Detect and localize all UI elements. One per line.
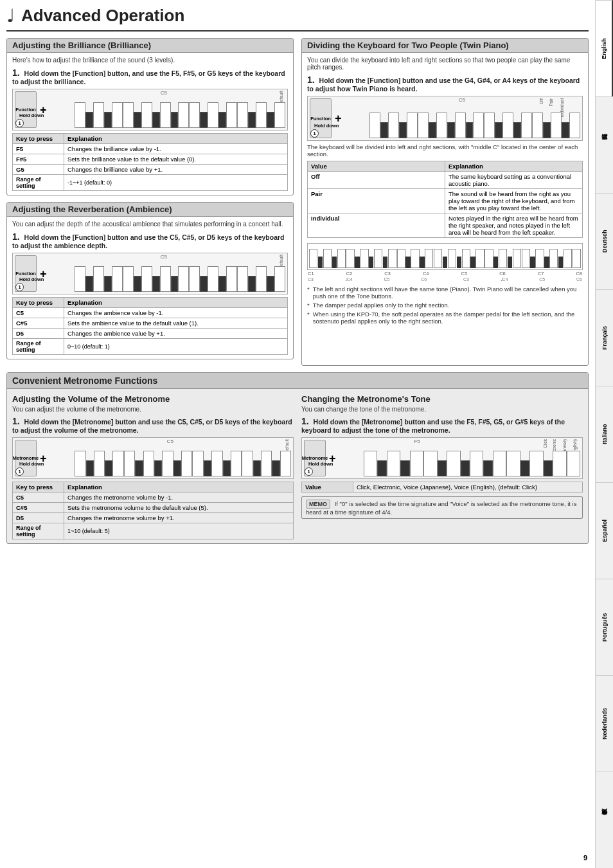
reverb-key-d5: D5 bbox=[13, 329, 64, 339]
brilliance-key-f5: F5 bbox=[13, 144, 64, 154]
twin-val-pair: Pair bbox=[308, 189, 445, 213]
reverb-exp-d5: Changes the ambience value by +1. bbox=[64, 329, 288, 339]
brilliance-exp-f5s: Sets the brilliance value to the default… bbox=[64, 154, 288, 165]
full-keyboard-section: C1C2C3C4C5C6C7C8 C3♩C4C5C6C3♩C4C5C6 bbox=[307, 243, 583, 282]
brilliance-range-row: Range of setting -1~+1 (default: 0) bbox=[13, 175, 288, 191]
brilliance-section: Adjusting the Brilliance (Brilliance) He… bbox=[6, 38, 294, 195]
hold-down-metro-vol: Hold down bbox=[19, 461, 44, 467]
reverb-range-label: Range of setting bbox=[13, 339, 64, 355]
metro-volume-title: Adjusting the Volume of the Metronome bbox=[12, 394, 294, 404]
lang-tab-espanol[interactable]: Español bbox=[596, 482, 613, 579]
hold-down-twin: Hold down bbox=[314, 123, 339, 129]
twin-bullets: * The left and right sections will have … bbox=[307, 285, 583, 325]
piano-keys-reverb bbox=[75, 255, 285, 292]
twin-piano-step1: 1. Hold down the [Function] button and u… bbox=[307, 75, 583, 93]
lang-tab-nederlands[interactable]: Nederlands bbox=[596, 675, 613, 772]
language-tabs: English 日本語 Deutsch Français Italiano Es… bbox=[595, 0, 613, 868]
twin-step-num: 1. bbox=[307, 75, 315, 85]
circle-1-twin: 1 bbox=[310, 129, 319, 138]
twin-piano-section: Dividing the Keyboard for Two People (Tw… bbox=[301, 38, 589, 366]
brilliance-exp-g5: Changes the brilliance value by +1. bbox=[64, 165, 288, 175]
memo-label: MEMO bbox=[306, 500, 330, 509]
brilliance-range-value: -1~+1 (default: 0) bbox=[64, 175, 288, 191]
reverb-key-c5s: C#5 bbox=[13, 318, 64, 329]
left-column: Adjusting the Brilliance (Brilliance) He… bbox=[6, 38, 294, 366]
metro-volume-col: Adjusting the Volume of the Metronome Yo… bbox=[12, 394, 294, 539]
reverb-range-value: 0~10 (default: 1) bbox=[64, 339, 288, 355]
right-column: Dividing the Keyboard for Two People (Tw… bbox=[301, 38, 589, 366]
bullet-1: * The left and right sections will have … bbox=[307, 285, 583, 300]
reverb-th-exp: Explanation bbox=[64, 298, 288, 308]
brilliance-desc: Here's how to adjust the brilliance of t… bbox=[12, 57, 288, 64]
lang-tab-deutsch[interactable]: Deutsch bbox=[596, 193, 613, 289]
brilliance-row-f5s: F#5 Sets the brilliance value to the def… bbox=[13, 154, 288, 165]
metro-tone-col: Changing the Metronome's Tone You can ch… bbox=[301, 394, 583, 539]
lang-tab-japanese[interactable]: 日本語 bbox=[596, 96, 613, 193]
reverberation-step1: 1. Hold down the [Function] button and u… bbox=[12, 231, 288, 249]
brilliance-row-g5: G5 Changes the brilliance value by +1. bbox=[13, 165, 288, 175]
reverb-key-c5: C5 bbox=[13, 308, 64, 318]
twin-piano-title: Dividing the Keyboard for Two People (Tw… bbox=[302, 39, 588, 53]
brilliance-key-g5: G5 bbox=[13, 165, 64, 175]
metro-vol-table: Key to press Explanation C5 Changes the … bbox=[12, 482, 294, 539]
circle-1-metro-vol: 1 bbox=[15, 467, 24, 476]
twin-exp-individual: Notes played in the right area will be h… bbox=[445, 213, 583, 238]
lang-tab-english[interactable]: English bbox=[596, 0, 613, 96]
page-title: Advanced Operation bbox=[21, 6, 184, 26]
circle-1-reverb: 1 bbox=[15, 283, 24, 291]
hold-down-metro-tone: Hold down bbox=[308, 461, 333, 467]
twin-exp-pair: The sound will be heard from the right a… bbox=[445, 189, 583, 213]
reverb-exp-c5: Changes the ambience value by -1. bbox=[64, 308, 288, 318]
music-icon: ♩ bbox=[6, 5, 15, 26]
piano-keys-metro-vol bbox=[75, 440, 291, 476]
brilliance-th-key: Key to press bbox=[13, 134, 64, 144]
reverb-row-c5: C5 Changes the ambience value by -1. bbox=[13, 308, 288, 318]
metro-volume-kbd: C5 Metronome + 1 2 Hold down Default – + bbox=[12, 437, 294, 479]
memo-box: MEMO If "0" is selected as the time sign… bbox=[301, 496, 583, 519]
step-num-rev: 1. bbox=[12, 231, 20, 242]
reverberation-desc: You can adjust the depth of the acoustic… bbox=[12, 221, 288, 228]
circle-1-brilliance: 1 bbox=[15, 119, 24, 127]
bullet-2: * The damper pedal applies only to the r… bbox=[307, 302, 583, 309]
metro-vol-row-c5: C5 Changes the metronome volume by -1. bbox=[13, 493, 294, 503]
reverb-row-c5s: C#5 Sets the ambience value to the defau… bbox=[13, 318, 288, 329]
brilliance-kbd: C5 Function + 1 2 Hold down Default – bbox=[12, 89, 288, 131]
metro-tone-step: 1. Hold down the [Metronome] button and … bbox=[301, 416, 583, 434]
lang-tab-chinese[interactable]: 简体中文 bbox=[596, 772, 613, 868]
bullet-3: * When using the KPD-70, the soft pedal … bbox=[307, 311, 583, 325]
brilliance-title: Adjusting the Brilliance (Brilliance) bbox=[7, 39, 293, 53]
twin-piano-desc: You can divide the keyboard into left an… bbox=[307, 57, 583, 71]
twin-row-off: Off The same keyboard setting as a conve… bbox=[308, 172, 583, 189]
reverb-th-key: Key to press bbox=[13, 298, 64, 308]
brilliance-exp-f5: Changes the brilliance value by -1. bbox=[64, 144, 288, 154]
reverberation-title: Adjusting the Reverberation (Ambience) bbox=[7, 203, 293, 217]
metro-tone-value-row: Value Click, Electronic, Voice (Japanese… bbox=[302, 482, 583, 493]
reverberation-kbd: C5 Function + 1 2 Hold down Default – + bbox=[12, 253, 288, 294]
metro-vol-row-d5: D5 Changes the metronome volume by +1. bbox=[13, 513, 294, 523]
twin-th-value: Value bbox=[308, 161, 445, 172]
metro-vol-row-c5s: C#5 Sets the metronome volume to the def… bbox=[13, 503, 294, 513]
reverb-exp-c5s: Sets the ambience value to the default v… bbox=[64, 318, 288, 329]
brilliance-step1: 1. Hold down the [Function] button, and … bbox=[12, 68, 288, 86]
twin-piano-kbd: C5 Function + 1 2 Hold down Off Pair Ind… bbox=[307, 96, 583, 141]
metro-volume-step: 1. Hold down the [Metronome] button and … bbox=[12, 416, 294, 434]
metro-tone-desc: You can change the tone of the metronome… bbox=[301, 406, 583, 413]
memo-text: If "0" is selected as the time signature… bbox=[306, 500, 576, 516]
metronome-title: Convenient Metronome Functions bbox=[7, 373, 588, 389]
metro-tone-title: Changing the Metronome's Tone bbox=[301, 394, 583, 404]
fk-labels-bottom: C3♩C4C5C6C3♩C4C5C6 bbox=[307, 277, 583, 282]
reverb-range-row: Range of setting 0~10 (default: 1) bbox=[13, 339, 288, 355]
circle-1-metro-tone: 1 bbox=[305, 467, 313, 476]
lang-tab-italiano[interactable]: Italiano bbox=[596, 386, 613, 482]
metro-tone-kbd: F5 Metronome + 1 2 Hold down Click Elect… bbox=[301, 437, 583, 479]
twin-val-off: Off bbox=[308, 172, 445, 189]
twin-value-table: Value Explanation Off The same keyboard … bbox=[307, 161, 583, 238]
metro-tone-table: Value Click, Electronic, Voice (Japanese… bbox=[301, 482, 583, 493]
reverb-table: Key to press Explanation C5 Changes the … bbox=[12, 297, 288, 355]
lang-tab-francais[interactable]: Français bbox=[596, 289, 613, 386]
brilliance-table: Key to press Explanation F5 Changes the … bbox=[12, 133, 288, 191]
lang-tab-portugues[interactable]: Português bbox=[596, 579, 613, 675]
reverberation-section: Adjusting the Reverberation (Ambience) Y… bbox=[6, 202, 294, 359]
brilliance-th-exp: Explanation bbox=[64, 134, 288, 144]
page-number: 9 bbox=[583, 854, 587, 862]
